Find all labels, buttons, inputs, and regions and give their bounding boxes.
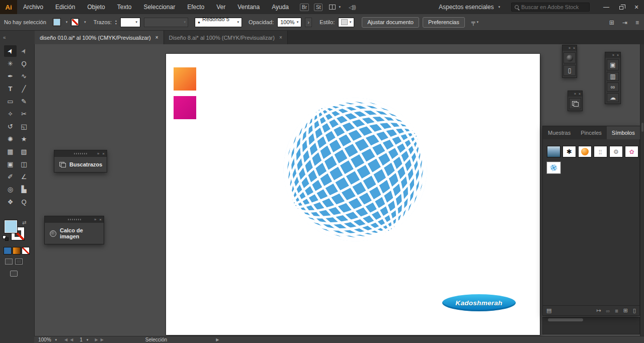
tool-artboard[interactable]: ▣ <box>4 158 17 170</box>
orange-square-object[interactable] <box>174 67 196 91</box>
symbol-ink-splatter[interactable]: ✱ <box>562 146 576 157</box>
stroke-color-swatch[interactable] <box>71 18 79 26</box>
break-link-icon[interactable]: ∞ <box>606 308 610 314</box>
tool-scissors[interactable]: ✂ <box>18 108 30 120</box>
restore-button[interactable] <box>614 0 629 14</box>
document-tab-inactive[interactable]: Diseño 8.ai* al 100% (CMYK/Previsualizar… <box>164 31 288 44</box>
menu-ayuda[interactable]: Ayuda <box>266 0 295 14</box>
tool-direct-selection[interactable]: ➤ <box>18 45 30 57</box>
horizontal-scrollbar[interactable] <box>548 318 583 321</box>
fill-indicator[interactable] <box>4 220 18 233</box>
fill-dropdown-icon[interactable]: ▾ <box>66 20 68 24</box>
opacity-dropdown[interactable]: 100% ▾ <box>277 18 301 27</box>
brush-definition-dropdown[interactable]: ● Redondo 5 ... ▾ <box>195 18 242 27</box>
menu-texto[interactable]: Texto <box>111 0 138 14</box>
tool-mesh[interactable]: ▦ <box>4 146 17 157</box>
tool-slice[interactable]: ◫ <box>18 158 30 170</box>
drag-dots-icon[interactable] <box>74 153 87 154</box>
tool-selection[interactable]: ➤ <box>4 45 17 57</box>
tool-scale[interactable]: ◱ <box>18 121 30 132</box>
control-menu-icon[interactable]: ≡ <box>635 19 639 26</box>
tool-lasso[interactable]: Ϙ <box>18 58 30 69</box>
drag-dots-icon[interactable] <box>68 219 81 220</box>
symbol-globe-selected[interactable] <box>547 162 560 174</box>
tab-simbolos[interactable]: Símbolos <box>607 126 640 139</box>
last-artboard-icon[interactable]: ▶ <box>101 337 104 342</box>
tool-magic-wand[interactable]: ✳ <box>4 58 17 69</box>
workspace-switcher[interactable]: Aspectos esenciales ▾ <box>439 0 500 14</box>
close-tab-icon[interactable]: × <box>155 35 158 40</box>
arrange-documents-button[interactable]: ▾ <box>329 5 341 10</box>
share-icon[interactable]: ◁))) <box>349 5 356 10</box>
collapse-panel-icon[interactable]: » <box>94 217 96 222</box>
draw-inside-button[interactable] <box>15 259 23 265</box>
draw-normal-button[interactable] <box>5 259 13 265</box>
dock-edge[interactable] <box>640 44 644 343</box>
color-mode-button[interactable] <box>4 247 12 254</box>
zoom-level[interactable]: 100% <box>38 337 51 342</box>
tool-rectangle[interactable]: ▭ <box>4 96 17 107</box>
tool-hand[interactable]: ❖ <box>4 196 17 208</box>
magenta-square-object[interactable] <box>174 96 196 119</box>
style-dropdown[interactable]: ▾ <box>338 18 354 27</box>
dock-handle[interactable] <box>641 123 643 132</box>
menu-seleccionar[interactable]: Seleccionar <box>137 0 181 14</box>
symbol-dashes[interactable]: ¦¦ <box>594 146 607 157</box>
next-artboard-icon[interactable]: ▶ <box>95 337 98 342</box>
tool-gradient[interactable]: ▧ <box>18 146 30 157</box>
kadoshmerah-logo-object[interactable]: Kadoshmerah <box>442 294 516 311</box>
stroke-dropdown-icon[interactable]: ▾ <box>84 20 86 24</box>
tool-line-segment[interactable]: ╱ <box>18 83 30 95</box>
close-tab-icon[interactable]: × <box>279 35 282 40</box>
artboards-copy-panel-button[interactable] <box>569 98 581 109</box>
symbol-gradient-sky[interactable] <box>547 146 560 157</box>
artboard-dropdown-icon[interactable]: ▾ <box>87 338 89 342</box>
fill-color-swatch[interactable] <box>53 18 61 26</box>
close-button[interactable]: × <box>629 0 644 14</box>
tool-zoom[interactable]: Q <box>18 196 30 208</box>
menu-efecto[interactable]: Efecto <box>181 0 210 14</box>
close-panel-icon[interactable]: × <box>99 217 102 222</box>
tool-star[interactable]: ★ <box>18 133 30 145</box>
stock-button[interactable]: St <box>314 4 323 11</box>
tool-symbol-sprayer[interactable]: ✺ <box>4 133 17 145</box>
preferences-button[interactable]: Preferencias <box>423 17 465 28</box>
symbol-options-icon[interactable]: ≡ <box>615 308 618 314</box>
image-panel-button[interactable]: ▣ <box>607 59 619 70</box>
page-panel-button[interactable]: ▯ <box>564 65 576 76</box>
fit-document-button[interactable]: Ajustar documento <box>362 17 419 28</box>
stroke-width-dropdown[interactable]: ▾ <box>120 18 140 27</box>
collapse-panel-icon[interactable]: » <box>97 151 99 156</box>
globe-graphic[interactable] <box>279 93 432 246</box>
symbol-flower[interactable]: ✿ <box>625 146 638 157</box>
swap-fill-stroke-icon[interactable]: ⇄ <box>22 220 26 225</box>
tool-measure[interactable]: ∠ <box>18 171 30 183</box>
panel-toggle-icon[interactable]: ⇥ <box>622 19 627 26</box>
expand-dock-icon[interactable]: » <box>612 53 614 57</box>
dock-grid-icon[interactable]: ⊞ <box>609 19 614 26</box>
prev-artboard-icon[interactable]: ◀ <box>70 337 73 342</box>
screen-mode-button[interactable] <box>10 271 18 277</box>
libraries-panel-button[interactable]: ☁ <box>607 93 619 102</box>
tool-curvature[interactable]: ∿ <box>18 70 30 82</box>
tool-pen[interactable]: ✒ <box>4 70 17 82</box>
artboards-panel-button[interactable]: ▥ <box>607 72 619 81</box>
tool-column-graph[interactable]: ▙ <box>18 184 30 195</box>
delete-symbol-icon[interactable]: ▯ <box>633 307 636 314</box>
menu-ver[interactable]: Ver <box>210 0 231 14</box>
expand-dock-icon[interactable]: » <box>569 46 571 50</box>
gradient-mode-button[interactable] <box>13 247 21 254</box>
tool-pencil[interactable]: ✎ <box>18 96 30 107</box>
minimize-button[interactable]: — <box>599 0 614 14</box>
symbol-library-icon[interactable]: ▤ <box>546 307 551 314</box>
menu-objeto[interactable]: Objeto <box>81 0 111 14</box>
sphere-panel-button[interactable] <box>564 52 576 63</box>
links-panel-button[interactable]: ∞ <box>607 82 619 92</box>
tab-pinceles[interactable]: Pinceles <box>576 126 607 139</box>
tool-eyedropper[interactable]: ✐ <box>4 171 17 183</box>
tab-muestras[interactable]: Muestras <box>543 126 576 139</box>
new-symbol-icon[interactable]: ⊞ <box>623 307 628 314</box>
adobe-stock-search[interactable] <box>511 3 590 12</box>
close-dock-icon[interactable]: × <box>579 92 581 96</box>
place-symbol-icon[interactable]: ↦ <box>596 307 601 314</box>
